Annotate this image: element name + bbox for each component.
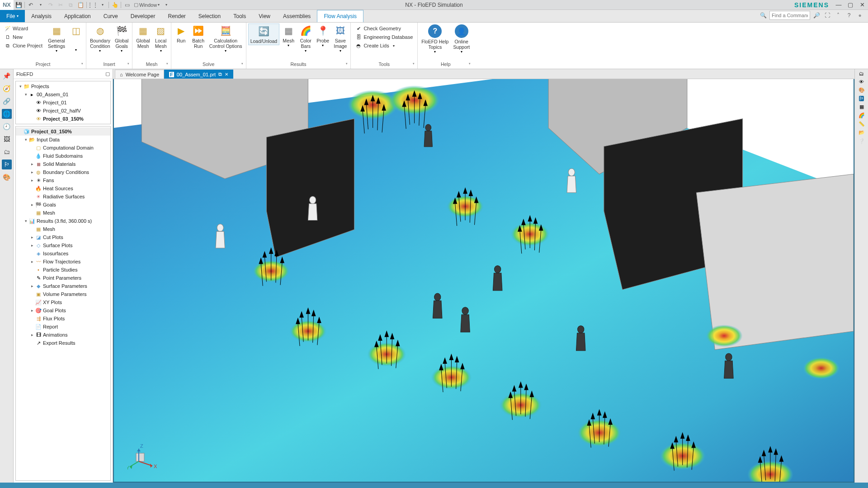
undo-icon[interactable]: ↶: [26, 0, 36, 10]
search-go-icon[interactable]: 🔎: [812, 11, 821, 20]
open-icon[interactable]: 📂: [859, 130, 865, 136]
animations-node[interactable]: ▸🎞Animations: [16, 331, 110, 339]
collapse-ribbon-icon[interactable]: ˄: [834, 11, 843, 20]
tab-popout-icon[interactable]: ⧉: [218, 71, 222, 77]
eng-database-button[interactable]: 🗄Engineering Database: [354, 33, 415, 41]
undo-dropdown-icon[interactable]: ▾: [36, 0, 46, 10]
radiative-surfaces-node[interactable]: ☀Radiative Surfaces: [16, 192, 110, 201]
tree-root[interactable]: 🧊Project_03_150%: [16, 127, 110, 136]
colorbar-icon[interactable]: 🌈: [859, 113, 865, 118]
calc-options-button[interactable]: 🧮Calculation Control Options▾: [208, 23, 244, 54]
file-menu[interactable]: File: [0, 10, 25, 22]
measure-icon[interactable]: 📏: [859, 121, 865, 127]
comp-domain-node[interactable]: ▢Computational Domain: [16, 144, 110, 152]
visibility-icon[interactable]: 👁: [859, 79, 864, 84]
help-icon[interactable]: ?: [844, 11, 854, 20]
pin-icon[interactable]: 📌: [2, 71, 12, 81]
goals-node[interactable]: ▸🏁Goals: [16, 201, 110, 209]
heat-sources-node[interactable]: 🔥Heat Sources: [16, 184, 110, 192]
clone-project-button[interactable]: ⧉Clone Project: [3, 42, 44, 50]
minimize-button[interactable]: —: [833, 0, 844, 10]
tab-curve[interactable]: Curve: [97, 10, 124, 22]
save-image-button[interactable]: 🖼Save Image▾: [332, 23, 349, 54]
image-icon[interactable]: 🖼: [2, 134, 12, 144]
report-node[interactable]: 📄Report: [16, 323, 110, 331]
tab-tools[interactable]: Tools: [227, 10, 252, 22]
color-bars-button[interactable]: 🌈Color Bars▾: [297, 23, 314, 54]
fans-node[interactable]: ▸✳Fans: [16, 176, 110, 184]
assembly-node[interactable]: ▾▸00_Assem_01: [16, 90, 110, 99]
results-mesh-node[interactable]: ▦Mesh: [16, 225, 110, 233]
grip-dropdown-icon[interactable]: ▾: [98, 0, 108, 10]
surface-plots-node[interactable]: ▸◇Surface Plots: [16, 241, 110, 249]
coordinate-triad[interactable]: X Y Z: [127, 436, 164, 473]
online-support-button[interactable]: 👤Online Support▾: [451, 23, 472, 55]
batch-run-button[interactable]: ⏩Batch Run: [190, 23, 207, 50]
export-results-node[interactable]: ↗Export Results: [16, 339, 110, 347]
overflow-icon[interactable]: ▾: [161, 0, 171, 10]
local-mesh-button[interactable]: ▨Local Mesh▾: [153, 23, 169, 54]
solid-materials-node[interactable]: ▸◼Solid Materials: [16, 160, 110, 168]
link-icon[interactable]: 🔗: [2, 96, 12, 106]
cut-plots-node[interactable]: ▸◪Cut Plots: [16, 233, 110, 241]
input-data-node[interactable]: ▾📂Input Data: [16, 136, 110, 144]
globe-icon[interactable]: 🌐: [2, 109, 12, 119]
layers-icon[interactable]: 🗂: [2, 147, 12, 157]
mesh-node[interactable]: ▦Mesh: [16, 209, 110, 217]
tab-application[interactable]: Application: [58, 10, 97, 22]
project-node[interactable]: 👁Project_02_halfV: [16, 107, 110, 115]
3d-viewport[interactable]: X Y Z: [113, 79, 854, 483]
point-parameters-node[interactable]: ✎Point Parameters: [16, 274, 110, 282]
wizard-button[interactable]: 🪄Wizard: [3, 24, 44, 33]
flow-trajectories-node[interactable]: ▸〰Flow Trajectories: [16, 258, 110, 266]
command-search-input[interactable]: [769, 11, 810, 20]
boundary-condition-button[interactable]: ◍Boundary Condition▾: [88, 23, 112, 54]
run-button[interactable]: ▶Run: [173, 23, 189, 44]
particle-studies-node[interactable]: •Particle Studies: [16, 266, 110, 274]
project-extra-button[interactable]: ◫▾: [68, 23, 84, 53]
project-node[interactable]: 👁Project_01: [16, 99, 110, 107]
global-goals-button[interactable]: 🏁Global Goals▾: [113, 23, 130, 54]
panel-options-icon[interactable]: ▢: [105, 71, 110, 77]
new-button[interactable]: 🗋New: [3, 33, 44, 41]
paste-icon[interactable]: 📋: [75, 0, 85, 10]
general-settings-button[interactable]: ▦General Settings▾: [46, 23, 67, 54]
projects-root[interactable]: ▾📁Projects: [16, 82, 110, 90]
tab-flow-analysis[interactable]: Flow Analysis: [317, 10, 363, 22]
create-lids-button[interactable]: ◓Create Lids▾: [354, 42, 415, 50]
tab-developer[interactable]: Developer: [124, 10, 162, 22]
probe-button[interactable]: 📍Probe▾: [315, 23, 331, 48]
close-button[interactable]: ✕: [856, 0, 868, 10]
window-menu[interactable]: ▢Window▾: [132, 0, 161, 10]
project-node-active[interactable]: 👁Project_03_150%: [16, 115, 110, 123]
fluid-subdomains-node[interactable]: 💧Fluid Subdomains: [16, 152, 110, 160]
flag-icon[interactable]: 🏳: [2, 160, 12, 169]
tab-render[interactable]: Render: [161, 10, 192, 22]
flag2-icon[interactable]: 🏳: [859, 96, 864, 101]
help2-icon[interactable]: ❔: [859, 138, 865, 144]
goal-plots-node[interactable]: ▸🎯Goal Plots: [16, 306, 110, 314]
cut-icon[interactable]: ✂: [56, 0, 66, 10]
help-topics-button[interactable]: ?FloEFD Help Topics▾: [420, 23, 450, 55]
render-mode-icon[interactable]: 🎨: [859, 87, 865, 93]
window-list-icon[interactable]: ▭: [122, 0, 132, 10]
tab-assemblies[interactable]: Assemblies: [277, 10, 317, 22]
global-mesh-button[interactable]: ▦Global Mesh: [134, 23, 151, 50]
tab-analysis[interactable]: Analysis: [25, 10, 58, 22]
clock-icon[interactable]: 🕘: [2, 122, 12, 131]
palette-icon[interactable]: 🎨: [2, 172, 12, 182]
assembly-tab[interactable]: F00_Assem_01.prt⧉✕: [164, 70, 233, 79]
boundary-conditions-node[interactable]: ▸◍Boundary Conditions: [16, 168, 110, 176]
welcome-tab[interactable]: ⌂Welcome Page: [115, 70, 164, 79]
copy-icon[interactable]: ⧉: [66, 0, 75, 10]
results-node[interactable]: ▾📊Results (3.fld, 360.000 s): [16, 217, 110, 225]
save-icon[interactable]: 💾: [14, 0, 24, 10]
results-mesh-button[interactable]: ▦Mesh▾: [280, 23, 297, 48]
layers-icon[interactable]: 🗂: [859, 71, 864, 76]
tab-view[interactable]: View: [252, 10, 277, 22]
grid-icon[interactable]: ▦: [859, 104, 864, 110]
flux-plots-node[interactable]: ⇶Flux Plots: [16, 314, 110, 323]
fullscreen-icon[interactable]: ⛶: [823, 11, 832, 20]
xy-plots-node[interactable]: 📈XY Plots: [16, 298, 110, 306]
tab-selection[interactable]: Selection: [192, 10, 227, 22]
